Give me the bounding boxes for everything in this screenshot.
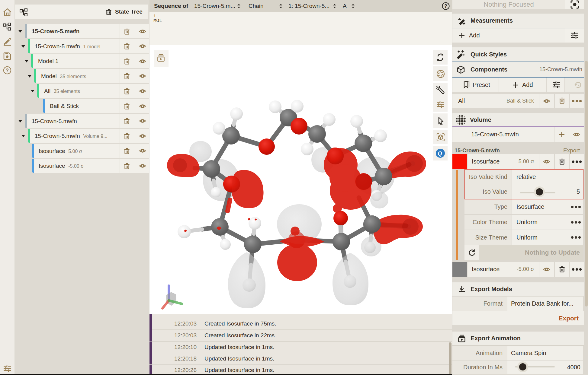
svg-text:?: ? bbox=[444, 4, 447, 9]
svg-text:?: ? bbox=[6, 68, 9, 73]
